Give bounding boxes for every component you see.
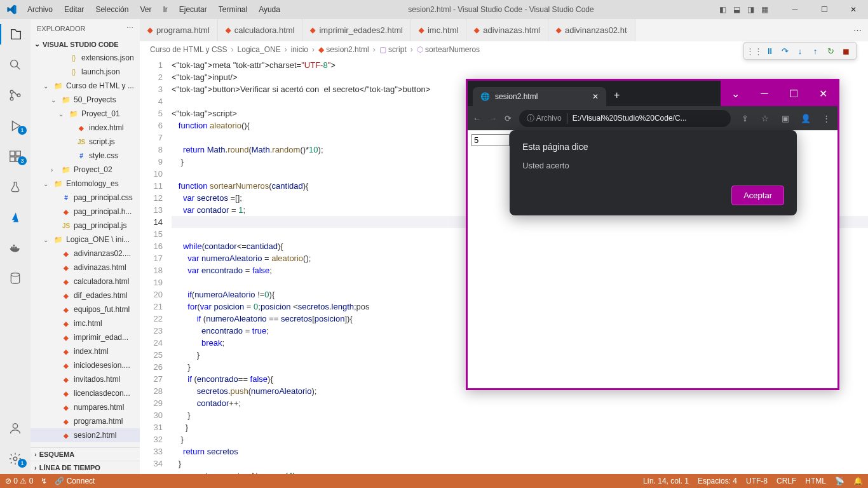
menu-ir[interactable]: Ir [158, 3, 172, 17]
browser-dropdown-icon[interactable]: ⌄ [721, 83, 750, 104]
explorer-icon[interactable] [0, 24, 31, 44]
search-icon[interactable] [0, 55, 31, 75]
folder-item[interactable]: ›Proyect_02 [31, 163, 140, 177]
file-item[interactable]: ◆pag_principal.h... [31, 205, 140, 219]
breadcrumb-item[interactable]: ⬡ sortearNumeros [417, 45, 480, 54]
menu-editar[interactable]: Editar [59, 3, 89, 17]
file-item[interactable]: ◆dif_edades.html [31, 288, 140, 302]
file-item[interactable]: JSscript.js [31, 135, 140, 149]
profile-icon[interactable]: 👤 [799, 114, 812, 123]
close-button[interactable]: ✕ [839, 0, 868, 19]
file-item[interactable]: ◆numpares.html [31, 400, 140, 414]
breadcrumb-item[interactable]: Logica_ONE [238, 45, 281, 54]
file-item[interactable]: #style.css [31, 149, 140, 163]
folder-item[interactable]: ⌄Entomology_es [31, 177, 140, 191]
debug-icon[interactable]: 1 [0, 116, 31, 136]
file-item[interactable]: ◆programa.html [31, 414, 140, 428]
browser-maximize-button[interactable]: ☐ [779, 83, 808, 104]
share-icon[interactable]: ⇪ [738, 114, 751, 123]
bookmark-icon[interactable]: ☆ [759, 114, 771, 123]
browser-menu-icon[interactable]: ⋮ [820, 114, 832, 123]
breadcrumb-item[interactable]: ▢ script [379, 45, 407, 54]
maximize-button[interactable]: ☐ [810, 0, 839, 19]
status-eol[interactable]: CRLF [776, 477, 796, 485]
dialog-accept-button[interactable]: Aceptar [731, 186, 784, 205]
page-input[interactable] [471, 134, 510, 146]
status-ports[interactable]: ↯ [41, 477, 47, 485]
browser-minimize-button[interactable]: ─ [750, 83, 779, 104]
status-problems[interactable]: ⊘ 0 ⚠ 0 [5, 477, 33, 485]
file-item[interactable]: #pag_principal.css [31, 191, 140, 205]
file-item[interactable]: ◆iniciodesesion.... [31, 358, 140, 372]
breadcrumb-item[interactable]: Curso de HTML y CSS [150, 45, 227, 54]
source-control-icon[interactable] [0, 85, 31, 105]
status-connect[interactable]: 🔗 Connect [55, 477, 95, 485]
more-tabs-icon[interactable]: ⋯ [853, 25, 862, 35]
layout-controls[interactable]: ◧ ⬓ ◨ ▦ [717, 4, 770, 15]
tab-actions[interactable]: ⋯ [847, 19, 868, 41]
extensions-icon[interactable]: 3 [0, 146, 31, 166]
address-bar[interactable]: ⓘ Archivo E:/Visual%20Studio%20Code/C... [519, 110, 731, 127]
testing-icon[interactable] [0, 177, 31, 197]
menu-ayuda[interactable]: Ayuda [254, 3, 285, 17]
layout-sidebar-left-icon[interactable]: ◧ [717, 4, 728, 15]
editor-tab[interactable]: ◆programa.html [140, 19, 218, 41]
new-tab-button[interactable]: + [606, 85, 627, 106]
breadcrumb-item[interactable]: ◆ sesion2.html [318, 45, 369, 54]
debug-step-out-icon[interactable]: ↑ [809, 44, 822, 57]
menu-ver[interactable]: Ver [135, 3, 156, 17]
menu-archivo[interactable]: Archivo [22, 3, 58, 17]
back-icon[interactable]: ← [473, 114, 481, 123]
file-item[interactable]: ◆calculadora.html [31, 274, 140, 288]
debug-restart-icon[interactable]: ↻ [824, 44, 837, 57]
minimize-button[interactable]: ─ [780, 0, 810, 19]
file-item[interactable]: {}launch.json [31, 65, 140, 79]
breadcrumb-item[interactable]: inicio [291, 45, 308, 54]
debug-pause-icon[interactable]: ⏸ [763, 44, 776, 57]
reload-icon[interactable]: ⟳ [505, 114, 512, 123]
debug-step-over-icon[interactable]: ↷ [778, 44, 791, 57]
sidebar-more-icon[interactable]: ⋯ [126, 24, 133, 32]
editor-tab[interactable]: ◆calculadora.html [218, 19, 303, 41]
file-item[interactable]: {}extensions.json [31, 51, 140, 65]
azure-icon[interactable] [0, 207, 31, 227]
layout-panel-icon[interactable]: ⬓ [731, 4, 742, 15]
forward-icon[interactable]: → [489, 114, 497, 123]
accounts-icon[interactable] [0, 418, 31, 438]
editor-tab[interactable]: ◆imc.html [411, 19, 466, 41]
database-icon[interactable] [0, 268, 31, 288]
file-item[interactable]: ◆adivinazas.html [31, 261, 140, 274]
debug-step-into-icon[interactable]: ↓ [794, 44, 806, 57]
workspace-root[interactable]: ⌄VISUAL STUDIO CODE [31, 37, 140, 51]
menu-selección[interactable]: Selección [90, 3, 133, 17]
folder-item[interactable]: ⌄Logica_ONE \ ini... [31, 233, 140, 247]
layout-sidebar-right-icon[interactable]: ◨ [745, 4, 756, 15]
file-item[interactable]: ◆index.html [31, 121, 140, 135]
file-item[interactable]: ◆sesion2.html [31, 428, 140, 442]
layout-customize-icon[interactable]: ▦ [759, 4, 770, 15]
folder-item[interactable]: ⌄Proyect_01 [31, 107, 140, 121]
timeline-section[interactable]: ›LÍNEA DE TIEMPO [31, 461, 140, 474]
tab-close-icon[interactable]: ✕ [592, 92, 599, 101]
editor-tab[interactable]: ◆imprimir_edades2.html [302, 19, 411, 41]
status-feedback-icon[interactable]: 📡 [835, 477, 844, 485]
status-language[interactable]: HTML [805, 477, 826, 485]
folder-item[interactable]: ⌄Curso de HTML y ... [31, 79, 140, 93]
file-item[interactable]: ◆adivinanzas02.... [31, 247, 140, 261]
folder-item[interactable]: ⌄50_Proyects [31, 93, 140, 107]
status-bell-icon[interactable]: 🔔 [853, 477, 863, 485]
menu-ejecutar[interactable]: Ejecutar [174, 3, 212, 17]
debug-stop-icon[interactable]: ◼ [839, 44, 852, 57]
status-spaces[interactable]: Espacios: 4 [698, 477, 737, 485]
file-item[interactable]: ◆equipos_fut.html [31, 302, 140, 316]
file-item[interactable]: ◆imprimir_edad... [31, 330, 140, 344]
file-item[interactable]: JSpag_principal.js [31, 219, 140, 233]
docker-icon[interactable] [0, 238, 31, 258]
status-encoding[interactable]: UTF-8 [746, 477, 768, 485]
debug-toolbar[interactable]: ⋮⋮ ⏸ ↷ ↓ ↑ ↻ ◼ [743, 42, 857, 60]
debug-drag-icon[interactable]: ⋮⋮ [748, 44, 761, 57]
reading-list-icon[interactable]: ▣ [779, 114, 792, 123]
status-cursor[interactable]: Lín. 14, col. 1 [643, 477, 689, 485]
editor-tab[interactable]: ◆adivinanzas02.ht [548, 19, 635, 41]
file-item[interactable]: ◆licenciasdecon... [31, 386, 140, 400]
